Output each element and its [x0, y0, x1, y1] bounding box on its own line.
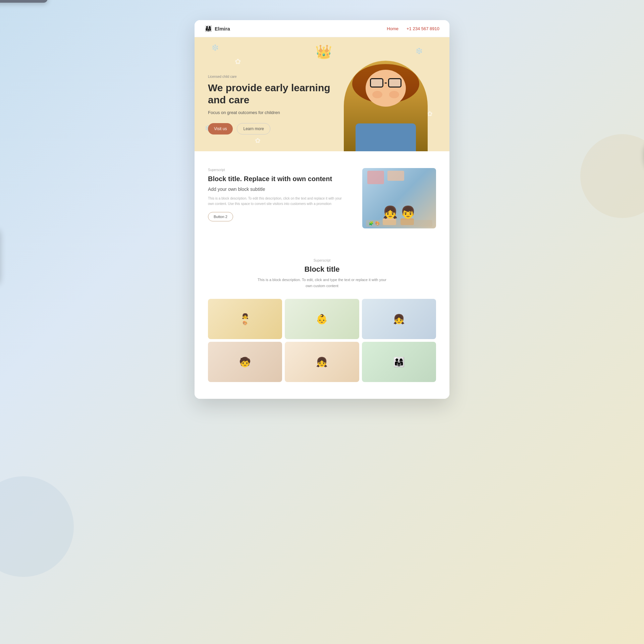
- gallery-emoji-2: 👶: [316, 314, 328, 325]
- content-right: 👧 👦 🧩 🎨: [362, 168, 436, 228]
- gallery-content-6: 👨‍👩‍👧: [362, 342, 436, 382]
- kid-2-icon: 👦: [400, 206, 416, 218]
- glasses-bridge: [385, 83, 387, 84]
- deco-2: ✿: [235, 57, 241, 66]
- glasses-right: [388, 78, 401, 88]
- url-bar: 🔒 https://www.yourdomain.com: [0, 0, 48, 3]
- section2-superscript: Superscript: [208, 259, 436, 262]
- hero-title: We provide early learning and care: [208, 82, 335, 106]
- kid-body: [344, 61, 428, 151]
- section1-button[interactable]: Button 2: [208, 212, 233, 221]
- visit-us-button[interactable]: Visit us: [208, 123, 233, 135]
- content-section-1: Superscript Block title. Replace it with…: [195, 151, 449, 245]
- gallery-emoji-3: 👧: [393, 314, 405, 325]
- nav-link-phone: +1 234 567 8910: [407, 26, 439, 31]
- gallery-item-4: 🧒: [208, 342, 282, 382]
- section1-image: 👧 👦 🧩 🎨: [362, 168, 436, 228]
- toys-area: 🧩 🎨: [366, 220, 432, 227]
- gallery-content-1: 👧 🎨: [208, 299, 282, 339]
- logo-icon: 👨‍👩‍👧: [205, 25, 212, 32]
- room-element-1: [367, 171, 384, 184]
- gallery-content-5: 👧: [285, 342, 359, 382]
- browser-chrome: 👨‍👩‍👧 Elmira Home +1 234 567 8910 ❄️ ✿ ❄…: [195, 20, 449, 399]
- hero-buttons: Visit us Learn more: [208, 123, 335, 135]
- hero-image: [335, 54, 436, 151]
- kid-hands: [372, 91, 399, 98]
- kid-1-icon: 👧: [383, 206, 398, 218]
- section1-description: This is a block description. To edit thi…: [208, 196, 349, 207]
- deco-1: ❄️: [211, 44, 219, 51]
- kid-glasses: [370, 78, 401, 88]
- nav-links: Home +1 234 567 8910: [387, 26, 439, 31]
- section1-superscript: Superscript: [208, 168, 349, 172]
- room-element-2: [387, 171, 404, 181]
- hero-section: ❄️ ✿ ❄️ ✿ ❄️ ✿ 👑 Licensed child care We …: [195, 37, 449, 151]
- kid-face: [366, 70, 406, 107]
- gallery-emoji-1b: 🎨: [243, 321, 248, 325]
- bg-decoration-right: [580, 134, 644, 218]
- toy-2: 🎨: [375, 221, 380, 226]
- crown-deco: 👑: [315, 44, 332, 60]
- website-container: 👨‍👩‍👧 Elmira Home +1 234 567 8910 ❄️ ✿ ❄…: [195, 20, 449, 399]
- deco-5: ❄️: [415, 47, 423, 55]
- section2-description: This is a block description. To edit, cl…: [255, 277, 389, 289]
- nav-logo: 👨‍👩‍👧 Elmira: [205, 25, 230, 32]
- section1-subtitle: Add your own block subtitle: [208, 186, 349, 192]
- kids-playing: 👧 👦 🧩 🎨: [362, 168, 436, 228]
- gallery-item-3: 👧: [362, 299, 436, 339]
- glasses-left: [370, 78, 383, 88]
- toy-1: 🧩: [369, 221, 374, 226]
- hero-subtitle: Focus on great outcomes for children: [208, 110, 335, 115]
- gallery-item-1: 👧 🎨: [208, 299, 282, 339]
- gallery-item-5: 👧: [285, 342, 359, 382]
- gallery-item-2: 👶: [285, 299, 359, 339]
- gallery-emoji-4: 🧒: [239, 357, 251, 368]
- gallery-grid: 👧 🎨 👶 👧 🧒: [208, 299, 436, 382]
- hero-content: Licensed child care We provide early lea…: [208, 75, 335, 151]
- section2-title: Block title: [208, 265, 436, 274]
- kid-jacket: [356, 123, 416, 151]
- kid-illustration: [340, 54, 431, 151]
- learn-more-button[interactable]: Learn more: [237, 123, 270, 135]
- gallery-content-2: 👶: [285, 299, 359, 339]
- navbar: 👨‍👩‍👧 Elmira Home +1 234 567 8910: [195, 20, 449, 37]
- gallery-emoji-5: 👧: [316, 357, 328, 368]
- gallery-emoji-6: 👨‍👩‍👧: [393, 357, 405, 368]
- gallery-content-4: 🧒: [208, 342, 282, 382]
- section2-header: Superscript Block title This is a block …: [208, 259, 436, 289]
- gallery-content-3: 👧: [362, 299, 436, 339]
- logo-text: Elmira: [215, 26, 230, 32]
- section1-title: Block title. Replace it with own content: [208, 174, 349, 183]
- content-left: Superscript Block title. Replace it with…: [208, 168, 349, 221]
- content-section-2: Superscript Block title This is a block …: [195, 245, 449, 399]
- nav-link-home[interactable]: Home: [387, 26, 398, 31]
- kid-hair: [352, 64, 419, 103]
- gallery-item-6: 👨‍👩‍👧: [362, 342, 436, 382]
- hero-label: Licensed child care: [208, 75, 335, 78]
- bg-decoration-left: [0, 476, 74, 577]
- gallery-emoji-1: 👧: [242, 313, 249, 319]
